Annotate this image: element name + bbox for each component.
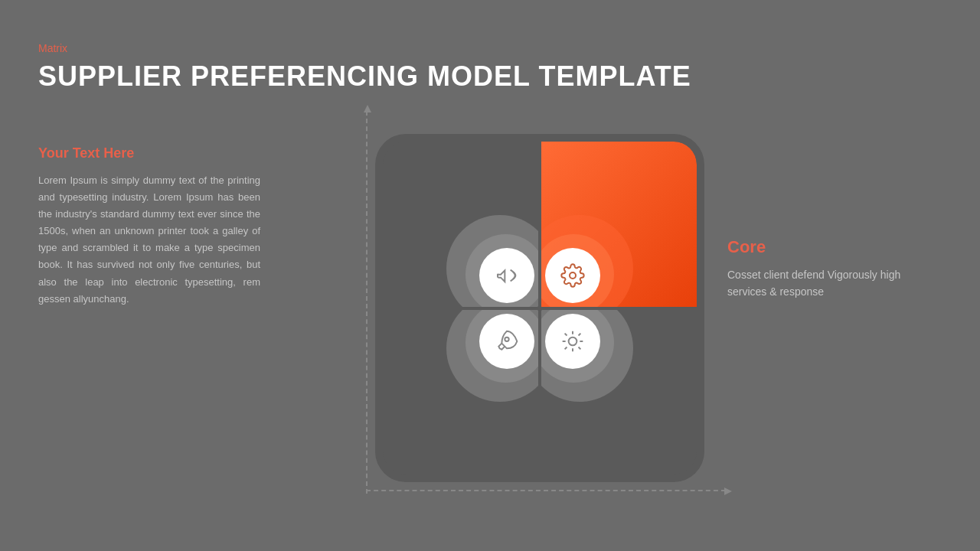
svg-line-9 (565, 347, 567, 349)
ring-3-tr (545, 248, 600, 303)
megaphone-icon (495, 263, 519, 288)
rings-bottom-left (383, 310, 538, 475)
page-title: SUPPLIER PREFERENCING MODEL TEMPLATE (38, 60, 691, 93)
gear-icon (560, 263, 585, 288)
body-text: Lorem Ipsum is simply dummy text of the … (38, 172, 260, 308)
sun-icon (560, 329, 585, 354)
quadrants-grid (383, 142, 697, 474)
rings-bottom-right (541, 310, 697, 475)
left-text-section: Your Text Here Lorem Ipsum is simply dum… (38, 145, 260, 308)
svg-point-2 (569, 337, 577, 345)
matrix-container (375, 134, 704, 482)
rings-top-left (383, 142, 538, 307)
vertical-axis (366, 111, 368, 494)
svg-line-10 (579, 333, 581, 335)
rocket-icon (495, 329, 519, 354)
rings-top-right (541, 142, 697, 307)
matrix-label: Matrix (38, 42, 691, 54)
core-description: Cosset client defend Vigorously high ser… (727, 266, 942, 301)
quadrant-top-right (541, 142, 697, 307)
ring-3-br (545, 314, 600, 369)
quadrant-bottom-right (541, 310, 697, 475)
svg-line-7 (565, 333, 567, 335)
header-section: Matrix SUPPLIER PREFERENCING MODEL TEMPL… (38, 42, 691, 93)
quadrant-bottom-left (383, 310, 538, 475)
right-label-section: Core Cosset client defend Vigorously hig… (727, 237, 942, 301)
subheading: Your Text Here (38, 145, 260, 161)
quadrant-top-left (383, 142, 538, 307)
svg-point-0 (570, 272, 576, 279)
ring-3-tl (479, 248, 534, 303)
ring-3-bl (479, 314, 534, 369)
core-title: Core (727, 237, 942, 257)
horizontal-axis (366, 490, 726, 491)
svg-line-8 (579, 347, 581, 349)
svg-point-1 (505, 337, 508, 341)
